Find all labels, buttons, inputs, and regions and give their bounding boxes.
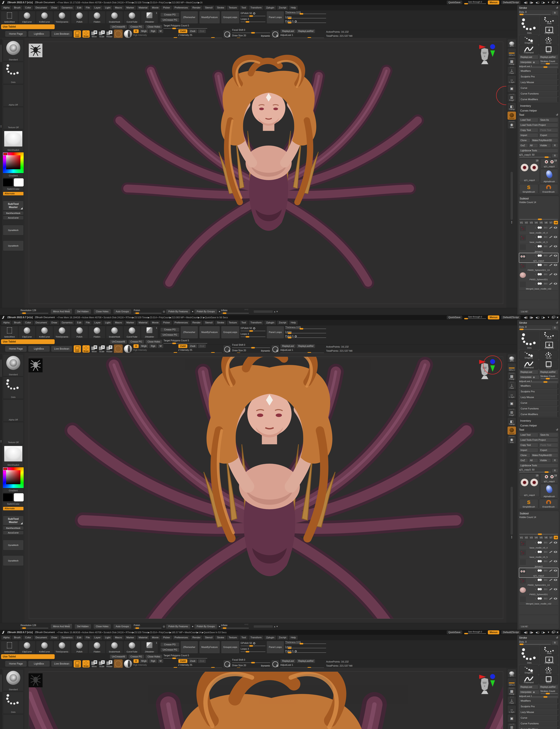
- brush-tile[interactable]: KnifeCurve: [36, 11, 53, 24]
- bottom-shelf-control[interactable]: Polish By Features Polish By Features: [166, 624, 190, 629]
- simplebrush-tool[interactable]: S SimpleBrush: [519, 184, 538, 194]
- current-alpha-tile[interactable]: Alpha Off: [3, 714, 24, 729]
- bake-arrow-icon[interactable]: ↓: [535, 273, 536, 276]
- brush-tile[interactable]: SnakeHook: [106, 326, 123, 339]
- visibility-set-button[interactable]: V8: [554, 221, 558, 225]
- minimize-icon[interactable]: ▼: [547, 316, 549, 319]
- edit-button[interactable]: Edit: [73, 30, 81, 38]
- m-button[interactable]: M: [158, 659, 163, 663]
- dock-right-icon[interactable]: ❏▶: [541, 1, 545, 4]
- right-shelf-button[interactable]: Dynamic ▦ Persp: [507, 372, 516, 380]
- gpolish-slider[interactable]: GPolish 50: [241, 642, 265, 647]
- current-brush-tile[interactable]: Standard: [3, 669, 24, 691]
- palette-section[interactable]: Modifiers: [519, 69, 558, 74]
- replay-last-rel-button[interactable]: ReplayLastRel: [296, 344, 315, 348]
- close-icon[interactable]: ✕: [556, 631, 559, 634]
- collapsed-palette-header[interactable]: Curves Helper: [518, 423, 559, 427]
- polypaint-icon[interactable]: [537, 560, 542, 562]
- bottom-shelf-control[interactable]: X Y Z Mirror And Weld Mirror And Weld: [51, 624, 72, 629]
- right-shelf-button[interactable]: BPR: [507, 354, 516, 363]
- stroke-palette-header[interactable]: Stroke ↺: [518, 635, 559, 640]
- right-shelf-button[interactable]: SPix 3: [507, 363, 516, 371]
- palette-section[interactable]: Lazy Mouse: [519, 395, 558, 400]
- uncrease-all-button[interactable]: UnCreaseAll: [110, 25, 127, 29]
- recent-tool-thumbnail[interactable]: 19 q21_copy3: [540, 159, 558, 168]
- menu-item[interactable]: Stencil: [203, 320, 215, 325]
- palette-section[interactable]: Lazy Mouse: [519, 710, 558, 715]
- rgb-button[interactable]: Rgb: [149, 659, 157, 663]
- menu-item[interactable]: Stroke: [215, 320, 226, 325]
- visibility-eye-icon[interactable]: [554, 245, 557, 247]
- menu-item[interactable]: Light: [103, 635, 113, 640]
- see-through-slider[interactable]: See-through 0: [464, 630, 486, 634]
- loops-slider[interactable]: Loops 4: [241, 18, 265, 23]
- brush-tile[interactable]: CurveTube: [123, 11, 141, 24]
- menu-item[interactable]: Layer: [92, 5, 103, 10]
- collapse-right-icon[interactable]: ||||▶: [530, 316, 533, 319]
- paint-icon[interactable]: [549, 597, 552, 600]
- palette-section[interactable]: Curve: [519, 400, 558, 405]
- sculpt-canvas[interactable]: [25, 38, 506, 308]
- stroke-rect[interactable]: Rect: [539, 675, 558, 684]
- menu-item[interactable]: Texture: [227, 635, 239, 640]
- panel-loops-button[interactable]: Panel Loops: [267, 326, 284, 339]
- right-shelf-button[interactable]: Line Fill ⊞ PolyF: [507, 723, 516, 729]
- subtool-row[interactable]: ↓ jiemao3: [519, 244, 558, 253]
- close-holes-button[interactable]: Close Holes: [145, 654, 162, 659]
- gradient-button[interactable]: Gradient: [3, 489, 24, 492]
- strokes-count-slider[interactable]: Strokes Count: [540, 375, 558, 379]
- bottom-shelf-control[interactable]: X Y Z Inflate Inflate: [221, 309, 249, 314]
- visibility-eye-icon[interactable]: [554, 570, 557, 571]
- polish-radio[interactable]: [295, 650, 297, 652]
- subtool-row[interactable]: ↓ base_modle_n5_5: [519, 549, 558, 559]
- right-shelf-button[interactable]: Line Fill ⊞ PolyF: [507, 408, 516, 417]
- dock-right-icon[interactable]: ❏▶: [541, 631, 545, 634]
- dock-left-icon[interactable]: ◀❏: [535, 1, 539, 4]
- right-shelf-button[interactable]: ◧ Transp: [507, 102, 516, 111]
- subtool-row[interactable]: ↓ PM3D_Sphere3D1: [519, 587, 558, 596]
- brush-tile[interactable]: SnakeHook: [106, 641, 123, 653]
- focal-shift-slider[interactable]: Focal Shift 0: [232, 344, 270, 349]
- groups-loops-button[interactable]: GroupsLoops: [221, 11, 239, 24]
- material-sphere[interactable]: [124, 30, 132, 38]
- scroll-arrows-icon[interactable]: ▲▼: [274, 310, 279, 313]
- right-shelf-button[interactable]: BPR: [507, 39, 516, 48]
- subtool-row[interactable]: ↓ jiemao3: [519, 559, 558, 568]
- close-icon[interactable]: ✕: [556, 316, 559, 319]
- thickness-slider[interactable]: Thickness 0.01: [285, 11, 326, 15]
- menu-item[interactable]: Document: [34, 635, 49, 640]
- uncrease-all-button[interactable]: UnCreaseAll: [110, 654, 127, 659]
- close-holes-button[interactable]: Close Holes: [145, 25, 162, 29]
- collapsed-palette-header[interactable]: Inventory: [518, 418, 559, 423]
- visibility-set-button[interactable]: V3: [529, 221, 534, 225]
- switch-color-button[interactable]: SwitchColor: [3, 187, 24, 191]
- right-shelf-button[interactable]: ↔ L.Sym: [507, 705, 516, 714]
- collapsed-palette-header[interactable]: Curves Helper: [518, 108, 559, 113]
- visibility-set-button[interactable]: V5: [539, 221, 543, 225]
- groups-loops-button[interactable]: GroupsLoops: [221, 326, 239, 339]
- m-button[interactable]: M: [158, 29, 163, 33]
- menu-item[interactable]: Movie: [150, 635, 161, 640]
- palette-section[interactable]: Curve Functions: [519, 406, 558, 411]
- subtool-header[interactable]: Subtool: [519, 197, 558, 201]
- polypaint-icon[interactable]: [537, 597, 542, 600]
- stroke-freehand[interactable]: FreeHand: [519, 45, 538, 54]
- use-tablet-button[interactable]: Use Tablet: [1, 24, 55, 29]
- tool-r-button[interactable]: R: [552, 143, 558, 148]
- menu-item[interactable]: Draw: [49, 635, 59, 640]
- rotate-button[interactable]: RRotate: [106, 30, 113, 38]
- palette-section[interactable]: Curve Modifiers: [519, 412, 558, 417]
- collapse-left-icon[interactable]: ◀||||: [524, 631, 527, 634]
- right-shelf-button[interactable]: SPix 3: [507, 48, 516, 57]
- adjust-last-slider[interactable]: AdjustLast 1: [519, 380, 558, 383]
- scale-button[interactable]: SScale: [99, 345, 105, 353]
- visibility-eye-icon[interactable]: [554, 588, 557, 590]
- eraserbrush-tool[interactable]: EraserBrush: [539, 184, 558, 194]
- left-tray-scrollbar[interactable]: ▲▼: [0, 354, 2, 623]
- brush-tile[interactable]: Flatten: [88, 11, 106, 24]
- brush-tile[interactable]: SelectRect: [1, 326, 18, 339]
- right-shelf-button[interactable]: Dynamic ▦ Persp: [507, 687, 516, 695]
- alphabrush-tool[interactable]: AlphaBrush: [540, 169, 558, 183]
- polypaint-icon[interactable]: [537, 551, 542, 553]
- paste-tool-button[interactable]: Paste Tool: [539, 443, 558, 447]
